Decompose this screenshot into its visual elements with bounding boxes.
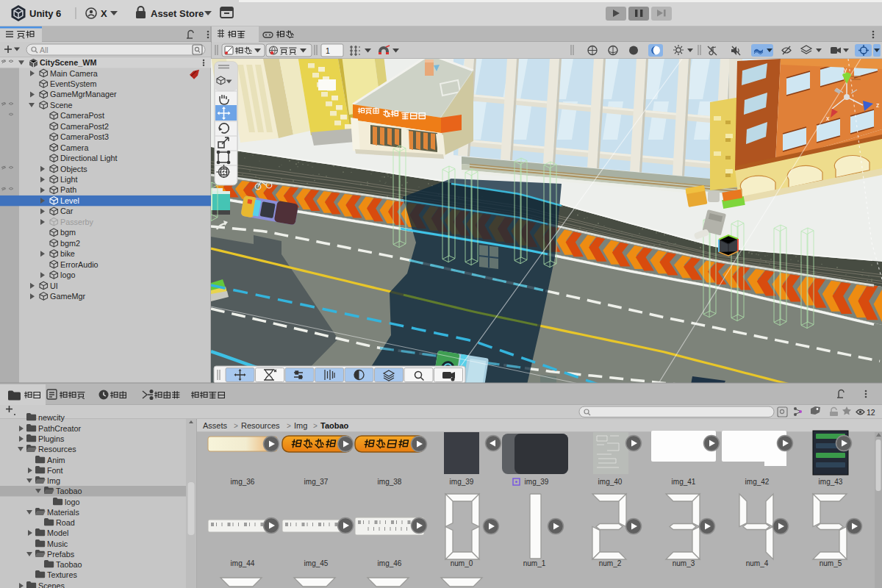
svg-text:num_1: num_1 <box>523 559 546 567</box>
svg-text:img_44: img_44 <box>231 559 255 567</box>
svg-text:>: > <box>234 422 238 430</box>
svg-text:img_36: img_36 <box>231 478 255 486</box>
svg-text:Assets: Assets <box>203 421 228 430</box>
svg-text:Road: Road <box>56 518 75 527</box>
svg-text:GameMgr: GameMgr <box>50 292 85 301</box>
svg-text:Objects: Objects <box>60 165 87 173</box>
svg-text:CameraPost: CameraPost <box>60 111 104 120</box>
svg-text:num_4: num_4 <box>746 559 769 567</box>
svg-text:logo: logo <box>65 498 79 506</box>
svg-text:X: X <box>101 8 107 19</box>
svg-text:Textures: Textures <box>47 570 77 579</box>
svg-text:Img: Img <box>294 421 307 430</box>
svg-text:img_39: img_39 <box>450 478 474 486</box>
svg-text:Camera: Camera <box>60 143 88 152</box>
svg-text:logo: logo <box>60 270 75 279</box>
svg-text:CameraPost3: CameraPost3 <box>60 132 109 141</box>
svg-text:img_43: img_43 <box>819 478 843 486</box>
svg-text:Music: Music <box>47 539 68 548</box>
svg-text:Unity 6: Unity 6 <box>29 8 61 19</box>
svg-text:GameMgrManager: GameMgrManager <box>50 90 117 98</box>
svg-text:img_40: img_40 <box>598 478 623 486</box>
svg-text:Anim: Anim <box>47 456 65 465</box>
svg-text:img_41: img_41 <box>672 478 696 486</box>
svg-text:num_3: num_3 <box>673 559 695 567</box>
svg-text:CameraPost2: CameraPost2 <box>60 122 109 131</box>
svg-text:Resources: Resources <box>241 421 280 430</box>
svg-text:Level: Level <box>60 196 79 205</box>
svg-text:bgm2: bgm2 <box>60 239 80 248</box>
svg-text:bike: bike <box>60 249 75 258</box>
svg-text:Font: Font <box>47 466 63 475</box>
svg-text:Passerby: Passerby <box>60 218 94 226</box>
svg-text:Main Camera: Main Camera <box>50 69 98 78</box>
svg-text:num_2: num_2 <box>599 559 622 567</box>
svg-text:newcity: newcity <box>38 413 65 422</box>
svg-text:Asset Store: Asset Store <box>151 8 204 19</box>
svg-text:CityScene_WM: CityScene_WM <box>40 58 96 67</box>
svg-text:Directional Light: Directional Light <box>60 154 117 162</box>
svg-text:Path: Path <box>60 185 76 194</box>
svg-text:bgm: bgm <box>60 228 76 237</box>
svg-text:Light: Light <box>60 175 77 184</box>
svg-text:UI: UI <box>50 282 58 290</box>
svg-text:>: > <box>287 422 291 430</box>
svg-text:x: x <box>826 115 830 122</box>
svg-text:EventSystem: EventSystem <box>50 79 97 88</box>
svg-text:num_5: num_5 <box>820 559 842 567</box>
svg-text:num_0: num_0 <box>451 559 473 567</box>
svg-text:Taobao: Taobao <box>320 421 349 430</box>
svg-text:Plugins: Plugins <box>38 434 65 443</box>
svg-text:img_46: img_46 <box>378 559 402 567</box>
svg-text:img_39: img_39 <box>525 478 549 486</box>
svg-text:ErrorAudio: ErrorAudio <box>60 260 98 269</box>
svg-text:All: All <box>40 46 49 54</box>
svg-text:Resources: Resources <box>38 445 76 453</box>
svg-text:Taobao: Taobao <box>56 560 82 569</box>
svg-text:img_42: img_42 <box>745 478 770 486</box>
svg-text:>: > <box>313 422 318 430</box>
svg-text:Materials: Materials <box>47 508 79 517</box>
svg-text:y: y <box>844 66 847 74</box>
svg-text:1: 1 <box>326 46 330 55</box>
svg-text:Img: Img <box>47 476 60 485</box>
svg-text:img_37: img_37 <box>304 478 329 486</box>
svg-text:img_38: img_38 <box>378 478 402 486</box>
svg-text:12: 12 <box>867 408 875 417</box>
svg-text:Model: Model <box>47 528 68 537</box>
svg-text:Scenes: Scenes <box>38 581 65 588</box>
svg-text:Car: Car <box>60 207 74 215</box>
svg-text:Prefabs: Prefabs <box>47 550 75 559</box>
svg-text:z: z <box>876 101 880 109</box>
svg-text:Scene: Scene <box>50 101 73 110</box>
svg-text:img_45: img_45 <box>304 559 329 567</box>
svg-text:Taobao: Taobao <box>56 487 82 495</box>
svg-text:PathCreator: PathCreator <box>38 424 82 433</box>
